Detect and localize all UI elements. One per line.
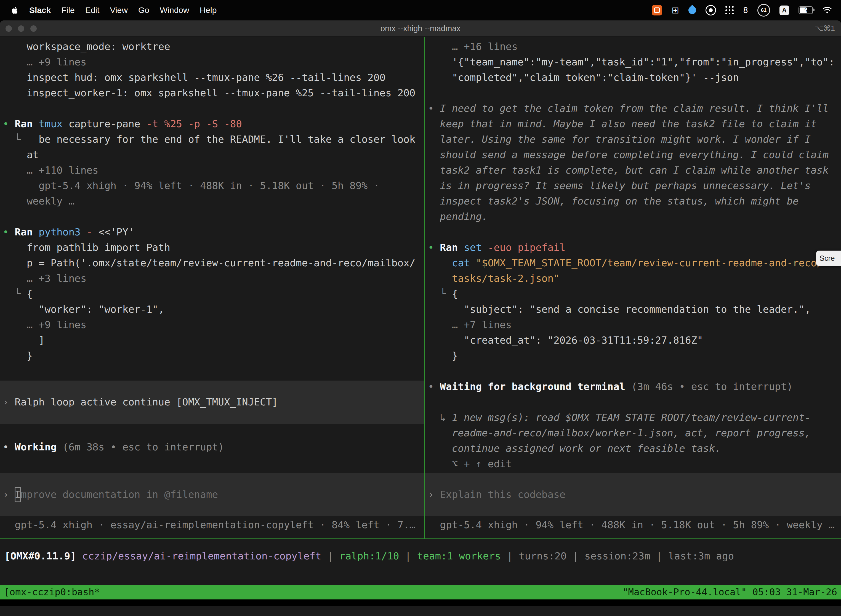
terminal-line: workspace_mode: worktree bbox=[3, 39, 421, 54]
waiting-status: • Waiting for background terminal (3m 46… bbox=[428, 379, 838, 395]
terminal-content: workspace_mode: worktree … +9 lines insp… bbox=[0, 37, 841, 616]
terminal-window: omx --xhigh --madmax ⌥⌘1 workspace_mode:… bbox=[0, 21, 841, 616]
bottom-gap bbox=[0, 600, 841, 606]
terminal-line: p = Path('.omx/state/team/review-current… bbox=[3, 255, 421, 271]
charging-bolt-icon: ϟ bbox=[799, 7, 812, 13]
terminal-line bbox=[428, 395, 838, 410]
prompt-input-right[interactable]: › Explain this codebase bbox=[425, 473, 841, 516]
prompt-input-left[interactable]: › Improve documentation in @filename bbox=[0, 473, 424, 516]
command-ran-python: • Ran python3 - <<'PY' bbox=[3, 224, 421, 240]
command-ran-tmux: • Ran tmux capture-pane -t %25 -p -S -80 bbox=[3, 116, 421, 132]
menu-item-view[interactable]: View bbox=[110, 6, 127, 15]
wifi-icon[interactable] bbox=[822, 7, 832, 14]
terminal-line: } bbox=[428, 348, 838, 364]
macos-menu-bar: SlackFileEditViewGoWindowHelp ⊞ 8 61 A ϟ bbox=[0, 0, 841, 21]
tmux-status-bar: [omx-cczip0:bash* "MacBook-Pro-44.local"… bbox=[0, 585, 841, 600]
menu-item-edit[interactable]: Edit bbox=[85, 6, 100, 15]
spacer bbox=[3, 364, 421, 381]
terminal-line: inspect_worker-1: omx sparkshell --tmux-… bbox=[3, 85, 421, 101]
disc-icon[interactable] bbox=[706, 5, 716, 15]
input-source-icon[interactable]: A bbox=[779, 6, 789, 15]
terminal-line bbox=[3, 101, 421, 116]
tmux-host-clock: "MacBook-Pro-44.local" 05:03 31-Mar-26 bbox=[623, 585, 837, 600]
right-pane: … +16 lines '{"team_name":"my-team","tas… bbox=[425, 37, 841, 538]
terminal-line: inspect_hud: omx sparkshell --tmux-pane … bbox=[3, 70, 421, 85]
command-ran-set: • Ran set -euo pipefail bbox=[428, 240, 838, 255]
screen-notification-overlay[interactable]: Scre bbox=[816, 251, 841, 266]
menu-item-file[interactable]: File bbox=[61, 6, 75, 15]
battery-nub bbox=[813, 9, 815, 11]
terminal-line: ] bbox=[3, 333, 421, 348]
terminal-line: later. Using the same for transition mig… bbox=[428, 132, 838, 147]
terminal-line: "completed","claim_token":"claim-token"}… bbox=[428, 70, 838, 85]
terminal-line: gpt-5.4 xhigh · 94% left · 488K in · 5.1… bbox=[3, 178, 421, 194]
working-status: • Working (6m 38s • esc to interrupt) bbox=[3, 439, 421, 455]
terminal-line: … +7 lines bbox=[428, 317, 838, 333]
apple-menu-icon[interactable] bbox=[12, 6, 19, 15]
window-shortcut-hint: ⌥⌘1 bbox=[815, 24, 835, 33]
window-grid-icon[interactable]: ⊞ bbox=[672, 5, 679, 15]
thinking-text: • I need to get the claim token from the… bbox=[428, 101, 838, 116]
terminal-line: pending. bbox=[428, 209, 838, 224]
terminal-line bbox=[428, 85, 838, 101]
terminal-line bbox=[428, 364, 838, 379]
tmux-panes: workspace_mode: worktree … +9 lines insp… bbox=[0, 37, 841, 538]
battery-percentage-badge[interactable]: 61 bbox=[757, 4, 770, 16]
terminal-line: readme-and-reco/mailbox/worker-1.json, a… bbox=[428, 425, 838, 441]
dot-grid-icon[interactable] bbox=[725, 6, 734, 14]
spacer bbox=[3, 455, 421, 473]
terminal-line: weekly … bbox=[3, 194, 421, 209]
terminal-line: task2 after task1 is complete, but can I… bbox=[428, 163, 838, 178]
terminal-line: tasks/task-2.json" bbox=[428, 271, 838, 286]
mailbox-notification: ↳ 1 new msg(s): read $OMX_TEAM_STATE_ROO… bbox=[428, 410, 838, 425]
menu-item-window[interactable]: Window bbox=[160, 6, 189, 15]
drop-icon[interactable] bbox=[687, 5, 698, 16]
ralph-loop-bar: › Ralph loop active continue [OMX_TMUX_I… bbox=[0, 381, 424, 424]
terminal-line: "subject": "send a concise recommendatio… bbox=[428, 302, 838, 317]
spacer bbox=[3, 424, 421, 439]
menu-item-slack[interactable]: Slack bbox=[29, 6, 51, 15]
terminal-line: … +110 lines bbox=[3, 163, 421, 178]
left-pane: workspace_mode: worktree … +9 lines insp… bbox=[0, 37, 424, 538]
pane-status-right: gpt-5.4 xhigh · 94% left · 488K in · 5.1… bbox=[428, 517, 838, 532]
window-title: omx --xhigh --madmax bbox=[0, 24, 841, 33]
terminal-line: └ be necessary for the end of the README… bbox=[3, 132, 421, 147]
omx-hud: [OMX#0.11.9] cczip/essay/ai-reimplementa… bbox=[0, 539, 841, 585]
screen: SlackFileEditViewGoWindowHelp ⊞ 8 61 A ϟ… bbox=[0, 0, 841, 616]
terminal-line: is in progress? It seems likely but perh… bbox=[428, 178, 838, 194]
terminal-line bbox=[428, 224, 838, 240]
omx-hud-status: [OMX#0.11.9] cczip/essay/ai-reimplementa… bbox=[4, 549, 838, 564]
window-title-bar[interactable]: omx --xhigh --madmax ⌥⌘1 bbox=[0, 21, 841, 37]
terminal-line bbox=[3, 209, 421, 224]
tmux-session-label: [omx-cczip0:bash* bbox=[4, 585, 100, 600]
pane-status-left: gpt-5.4 xhigh · essay/ai-reimplementatio… bbox=[3, 517, 421, 532]
menu-item-go[interactable]: Go bbox=[138, 6, 149, 15]
terminal-line: inspect task2's JSON, focusing on the st… bbox=[428, 194, 838, 209]
terminal-line: "created_at": "2026-03-31T11:59:27.816Z" bbox=[428, 333, 838, 348]
terminal-line: "worker": "worker-1", bbox=[3, 302, 421, 317]
figure-eight-icon[interactable]: 8 bbox=[743, 6, 748, 15]
edit-hint: ⌥ + ↑ edit bbox=[428, 456, 838, 472]
terminal-line: from pathlib import Path bbox=[3, 240, 421, 255]
terminal-line: should send a message before completing … bbox=[428, 147, 838, 163]
menu-item-help[interactable]: Help bbox=[200, 6, 217, 15]
battery-charging-icon[interactable]: ϟ bbox=[799, 6, 813, 14]
terminal-line: continue assigned work or next feasible … bbox=[428, 441, 838, 456]
screen-recording-indicator[interactable] bbox=[652, 5, 662, 15]
terminal-line: '{"team_name":"my-team","task_id":"1","f… bbox=[428, 54, 838, 70]
terminal-line: cat "$OMX_TEAM_STATE_ROOT/team/review-cu… bbox=[428, 255, 838, 271]
menu-bar-left: SlackFileEditViewGoWindowHelp bbox=[0, 6, 217, 15]
menubar-status-icons: ⊞ 8 61 A ϟ bbox=[652, 4, 841, 16]
terminal-line: } bbox=[3, 348, 421, 364]
terminal-line: … +16 lines bbox=[428, 39, 838, 54]
terminal-line: └ { bbox=[3, 286, 421, 302]
menu-items: SlackFileEditViewGoWindowHelp bbox=[29, 6, 217, 15]
recording-inner-frame bbox=[654, 7, 660, 13]
terminal-line: … +9 lines bbox=[3, 317, 421, 333]
terminal-line: … +3 lines bbox=[3, 271, 421, 286]
terminal-line: … +9 lines bbox=[3, 54, 421, 70]
terminal-line: └ { bbox=[428, 286, 838, 302]
terminal-line: keep that in mind. Maybe I also need the… bbox=[428, 116, 838, 132]
terminal-line: at bbox=[3, 147, 421, 163]
